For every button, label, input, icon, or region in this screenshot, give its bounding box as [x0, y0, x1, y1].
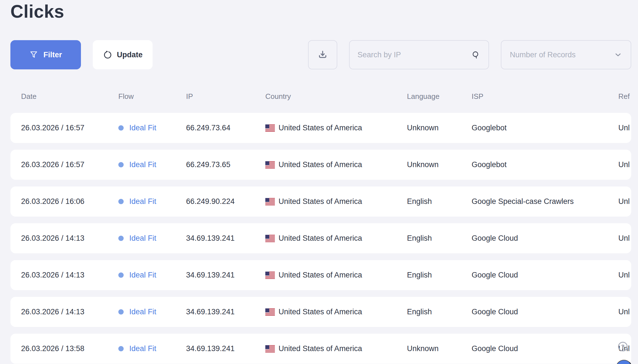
- flow-status-dot-icon: [118, 346, 124, 351]
- us-flag-icon: [265, 345, 275, 352]
- language-cell: Unknown: [407, 113, 439, 143]
- flow-status-dot-icon: [118, 272, 124, 278]
- language-cell: English: [407, 297, 432, 327]
- ref-cell: Unl: [618, 186, 630, 217]
- flow-link[interactable]: Ideal Fit: [129, 271, 156, 279]
- country-cell: United States of America: [265, 150, 362, 180]
- date-cell: 26.03.2026 / 16:57: [21, 113, 84, 143]
- search-icon[interactable]: [471, 50, 481, 60]
- flow-link[interactable]: Ideal Fit: [129, 124, 156, 132]
- question-mark-icon: ?: [621, 343, 625, 350]
- country-cell: United States of America: [265, 334, 362, 364]
- page-title: Clicks: [10, 1, 64, 22]
- language-cell: Unknown: [407, 150, 439, 180]
- flow-cell: Ideal Fit: [118, 113, 156, 143]
- date-cell: 26.03.2026 / 16:06: [21, 186, 84, 217]
- ip-cell: 34.69.139.241: [186, 260, 235, 290]
- flow-link[interactable]: Ideal Fit: [129, 160, 156, 169]
- table-row: 26.03.2026 / 16:57 Ideal Fit 66.249.73.6…: [10, 150, 631, 180]
- flow-cell: Ideal Fit: [118, 223, 156, 253]
- ref-cell: Unl: [618, 223, 630, 253]
- column-header-country: Country: [265, 89, 291, 103]
- flow-status-dot-icon: [118, 309, 124, 315]
- column-header-flow: Flow: [118, 89, 134, 103]
- flow-cell: Ideal Fit: [118, 150, 156, 180]
- number-of-records-dropdown[interactable]: Number of Records: [501, 40, 631, 69]
- number-of-records-label: Number of Records: [510, 51, 576, 59]
- us-flag-icon: [265, 161, 275, 169]
- column-header-ref: Ref: [618, 89, 630, 103]
- flow-link[interactable]: Ideal Fit: [129, 234, 156, 243]
- ref-cell: Unl: [618, 297, 630, 327]
- table-row: 26.03.2026 / 14:13 Ideal Fit 34.69.139.2…: [10, 297, 631, 327]
- language-cell: English: [407, 186, 432, 217]
- country-cell: United States of America: [265, 186, 362, 217]
- table-row: 26.03.2026 / 14:13 Ideal Fit 34.69.139.2…: [10, 260, 631, 290]
- ref-cell: Unl: [618, 113, 630, 143]
- column-header-language: Language: [407, 89, 440, 103]
- column-header-isp: ISP: [472, 89, 483, 103]
- flow-link[interactable]: Ideal Fit: [129, 308, 156, 316]
- language-cell: Unknown: [407, 334, 439, 364]
- ip-cell: 34.69.139.241: [186, 334, 235, 364]
- flow-link[interactable]: Ideal Fit: [129, 344, 156, 353]
- chevron-down-icon: [614, 51, 622, 59]
- ip-cell: 66.249.90.224: [186, 186, 235, 217]
- update-button[interactable]: Update: [93, 40, 153, 69]
- us-flag-icon: [265, 235, 275, 242]
- table-row: 26.03.2026 / 14:13 Ideal Fit 34.69.139.2…: [10, 223, 631, 253]
- isp-cell: Googlebot: [472, 150, 507, 180]
- update-button-label: Update: [117, 51, 143, 59]
- clicks-table-body: 26.03.2026 / 16:57 Ideal Fit 66.249.73.6…: [10, 113, 631, 364]
- flow-status-dot-icon: [118, 125, 124, 131]
- flow-cell: Ideal Fit: [118, 297, 156, 327]
- flow-cell: Ideal Fit: [118, 260, 156, 290]
- flow-status-dot-icon: [118, 236, 124, 241]
- refresh-icon: [103, 50, 112, 60]
- download-icon: [317, 49, 328, 60]
- table-row: 26.03.2026 / 16:57 Ideal Fit 66.249.73.6…: [10, 113, 631, 143]
- country-cell: United States of America: [265, 260, 362, 290]
- country-cell: United States of America: [265, 297, 362, 327]
- date-cell: 26.03.2026 / 14:13: [21, 260, 84, 290]
- language-cell: English: [407, 260, 432, 290]
- funnel-icon: [29, 50, 38, 59]
- column-header-date: Date: [21, 89, 37, 103]
- ref-cell: Unl: [618, 150, 630, 180]
- us-flag-icon: [265, 308, 275, 316]
- clicks-page: Clicks Filter Update: [0, 0, 638, 364]
- flow-status-dot-icon: [118, 199, 124, 204]
- us-flag-icon: [265, 124, 275, 132]
- ip-cell: 34.69.139.241: [186, 223, 235, 253]
- us-flag-icon: [265, 272, 275, 279]
- us-flag-icon: [265, 198, 275, 205]
- ref-cell: Unl: [618, 260, 630, 290]
- date-cell: 26.03.2026 / 16:57: [21, 150, 84, 180]
- isp-cell: Google Cloud: [472, 297, 518, 327]
- filter-button-label: Filter: [43, 51, 62, 59]
- download-button[interactable]: [308, 40, 337, 69]
- language-cell: English: [407, 223, 432, 253]
- isp-cell: Google Cloud: [472, 260, 518, 290]
- ip-cell: 34.69.139.241: [186, 297, 235, 327]
- flow-cell: Ideal Fit: [118, 334, 156, 364]
- table-row: 26.03.2026 / 13:58 Ideal Fit 34.69.139.2…: [10, 334, 631, 364]
- isp-cell: Googlebot: [472, 113, 507, 143]
- help-button[interactable]: ?: [618, 342, 628, 351]
- date-cell: 26.03.2026 / 14:13: [21, 297, 84, 327]
- country-cell: United States of America: [265, 223, 362, 253]
- flow-cell: Ideal Fit: [118, 186, 156, 217]
- flow-link[interactable]: Ideal Fit: [129, 197, 156, 206]
- ip-cell: 66.249.73.65: [186, 150, 230, 180]
- search-by-ip-field[interactable]: [349, 40, 489, 69]
- isp-cell: Google Cloud: [472, 334, 518, 364]
- search-input[interactable]: [358, 51, 467, 59]
- date-cell: 26.03.2026 / 13:58: [21, 334, 84, 364]
- ip-cell: 66.249.73.64: [186, 113, 230, 143]
- isp-cell: Google Special-case Crawlers: [472, 186, 574, 217]
- table-header-row: Date Flow IP Country Language ISP Ref: [10, 89, 631, 103]
- filter-button[interactable]: Filter: [10, 40, 81, 69]
- flow-status-dot-icon: [118, 162, 124, 167]
- date-cell: 26.03.2026 / 14:13: [21, 223, 84, 253]
- isp-cell: Google Cloud: [472, 223, 518, 253]
